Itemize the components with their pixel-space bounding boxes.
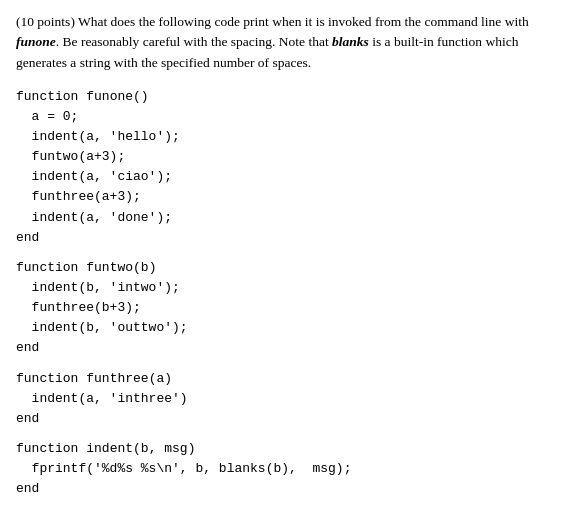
intro-paragraph: (10 points) What does the following code…: [16, 12, 559, 73]
intro-text-before: (10 points) What does the following code…: [16, 14, 529, 29]
funtwo-block: function funtwo(b) indent(b, 'intwo'); f…: [16, 258, 559, 359]
funone-block: function funone() a = 0; indent(a, 'hell…: [16, 87, 559, 248]
funone-code: function funone() a = 0; indent(a, 'hell…: [16, 87, 559, 248]
blanks-ref: blanks: [332, 34, 369, 49]
funtwo-code: function funtwo(b) indent(b, 'intwo'); f…: [16, 258, 559, 359]
funone-ref: funone: [16, 34, 56, 49]
indent-block: function indent(b, msg) fprintf('%d%s %s…: [16, 439, 559, 499]
indent-code: function indent(b, msg) fprintf('%d%s %s…: [16, 439, 559, 499]
intro-text-middle: . Be reasonably careful with the spacing…: [56, 34, 332, 49]
funthree-block: function funthree(a) indent(a, 'inthree'…: [16, 369, 559, 429]
funthree-code: function funthree(a) indent(a, 'inthree'…: [16, 369, 559, 429]
